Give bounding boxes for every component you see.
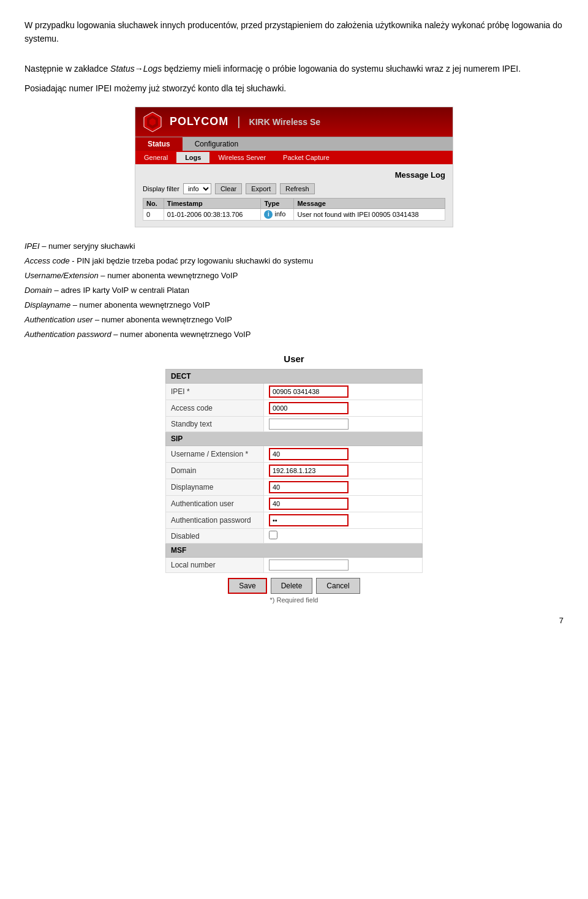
intro-para1: W przypadku logowania słuchawek innych p… — [24, 18, 564, 46]
standby-input-cell — [264, 417, 423, 432]
desc-username-term: Username/Extension — [24, 271, 99, 280]
polycom-header: POLYCOM | KIRK Wireless Se — [135, 107, 453, 137]
desc-displayname-text: – numer abonenta wewnętrznego VoIP — [70, 300, 210, 309]
section-dect-header: DECT — [166, 370, 423, 384]
disabled-label: Disabled — [166, 529, 264, 544]
user-form-title: User — [165, 354, 423, 364]
message-log-title: Message Log — [143, 170, 445, 180]
access-code-input[interactable] — [269, 402, 349, 414]
polycom-logo-text: POLYCOM — [170, 115, 228, 128]
desc-ipei-text: – numer seryjny słuchawki — [40, 241, 135, 251]
local-number-input-cell — [264, 558, 423, 573]
desc-displayname-term: Displayname — [24, 300, 70, 309]
filter-bar: Display filter info Clear Export Refresh — [143, 183, 445, 194]
intro-para2-suffix: będziemy mieli informację o próbie logow… — [162, 64, 521, 74]
refresh-button[interactable]: Refresh — [280, 183, 315, 194]
polycom-logo-icon — [141, 111, 164, 133]
intro-logs-italic: Logs — [143, 64, 162, 74]
disabled-checkbox[interactable] — [269, 531, 277, 539]
clear-button[interactable]: Clear — [215, 183, 242, 194]
auth-pass-input[interactable] — [269, 514, 349, 526]
intro-para3: Posiadając numer IPEI możemy już stworzy… — [24, 82, 564, 95]
intro-arrow: → — [135, 64, 143, 74]
form-row-standby: Standby text — [166, 417, 423, 432]
log-cell-no: 0 — [143, 208, 164, 220]
desc-auth-user-term: Authentication user — [24, 315, 92, 324]
form-row-domain: Domain — [166, 463, 423, 479]
ipei-label: IPEI * — [166, 384, 264, 400]
nav-sub-packet[interactable]: Packet Capture — [274, 152, 338, 163]
export-button[interactable]: Export — [246, 183, 276, 194]
section-sip-label: SIP — [166, 432, 423, 446]
local-number-input[interactable] — [269, 560, 349, 571]
auth-pass-label: Authentication password — [166, 512, 264, 529]
domain-input[interactable] — [269, 465, 349, 477]
user-form-wrapper: User DECT IPEI * Access code Standby tex… — [165, 354, 423, 604]
form-row-displayname: Displayname — [166, 479, 423, 496]
desc-access-code-line: Access code - PIN jaki będzie trzeba pod… — [24, 254, 564, 268]
form-row-access-code: Access code — [166, 400, 423, 417]
nav-tab-status[interactable]: Status — [135, 137, 183, 151]
polycom-screenshot: POLYCOM | KIRK Wireless Se Status Config… — [135, 107, 453, 227]
section-sip-header: SIP — [166, 432, 423, 446]
desc-auth-user-text: – numer abonenta wewnętrznego VoIP — [92, 315, 232, 324]
intro-para2: Następnie w zakładce Status→Logs będziem… — [24, 62, 564, 75]
log-cell-timestamp: 01-01-2006 00:38:13.706 — [164, 208, 261, 220]
username-input-cell — [264, 446, 423, 463]
page-number: 7 — [24, 616, 564, 625]
standby-input[interactable] — [269, 419, 349, 430]
desc-access-code-term: Access code — [24, 256, 70, 265]
displayname-input[interactable] — [269, 481, 349, 493]
message-log-area: Message Log Display filter info Clear Ex… — [135, 164, 453, 227]
form-row-disabled: Disabled — [166, 529, 423, 544]
nav-sub-wireless[interactable]: Wireless Server — [209, 152, 274, 163]
form-row-auth-user: Authentication user — [166, 496, 423, 512]
nav-sub-general[interactable]: General — [135, 152, 176, 163]
form-row-local-number: Local number — [166, 558, 423, 573]
desc-access-code-text: - PIN jaki będzie trzeba podać przy logo… — [70, 256, 313, 265]
polycom-nav-top: Status Configuration — [135, 137, 453, 151]
domain-label: Domain — [166, 463, 264, 479]
col-timestamp: Timestamp — [164, 198, 261, 208]
intro-para2-prefix: Następnie w zakładce — [24, 64, 110, 74]
disabled-checkbox-cell — [264, 529, 423, 544]
required-note: *) Required field — [165, 596, 423, 604]
displayname-label: Displayname — [166, 479, 264, 496]
nav-tab-configuration[interactable]: Configuration — [183, 137, 251, 151]
log-cell-type: i info — [261, 208, 294, 220]
filter-select[interactable]: info — [183, 183, 211, 194]
auth-user-input-cell — [264, 496, 423, 512]
col-type: Type — [261, 198, 294, 208]
cancel-button[interactable]: Cancel — [316, 578, 360, 594]
filter-label: Display filter — [143, 185, 179, 192]
save-button[interactable]: Save — [228, 578, 266, 594]
polycom-nav-bottom: General Logs Wireless Server Packet Capt… — [135, 151, 453, 164]
section-msf-label: MSF — [166, 544, 423, 558]
log-cell-message: User not found with IPEI 00905 0341438 — [294, 208, 445, 220]
desc-domain-text: – adres IP karty VoIP w centrali Platan — [52, 286, 189, 295]
form-row-auth-pass: Authentication password — [166, 512, 423, 529]
access-code-input-cell — [264, 400, 423, 417]
desc-auth-pass-text: – numer abonenta wewnętrznego VoIP — [111, 330, 251, 339]
polycom-logo-sub: KIRK Wireless Se — [249, 117, 321, 127]
domain-input-cell — [264, 463, 423, 479]
desc-auth-pass-line: Authentication password – numer abonenta… — [24, 328, 564, 341]
ipei-input[interactable] — [269, 385, 349, 398]
description-section: IPEI – numer seryjny słuchawki Access co… — [24, 240, 564, 342]
auth-user-label: Authentication user — [166, 496, 264, 512]
username-label: Username / Extension * — [166, 446, 264, 463]
form-button-bar: Save Delete Cancel — [165, 578, 423, 594]
desc-username-text: – numer abonenta wewnętrznego VoIP — [99, 271, 238, 280]
desc-displayname-line: Displayname – numer abonenta wewnętrzneg… — [24, 298, 564, 312]
desc-ipei-line: IPEI – numer seryjny słuchawki — [24, 240, 564, 253]
nav-sub-logs[interactable]: Logs — [176, 152, 209, 163]
access-code-label: Access code — [166, 400, 264, 417]
desc-auth-pass-term: Authentication password — [24, 330, 111, 339]
delete-button[interactable]: Delete — [271, 578, 313, 594]
desc-ipei-term: IPEI — [24, 241, 40, 251]
desc-domain-term: Domain — [24, 286, 52, 295]
auth-user-input[interactable] — [269, 498, 349, 510]
log-table: No. Timestamp Type Message 0 01-01-2006 … — [143, 198, 445, 221]
info-icon: i — [264, 210, 273, 219]
username-input[interactable] — [269, 448, 349, 460]
